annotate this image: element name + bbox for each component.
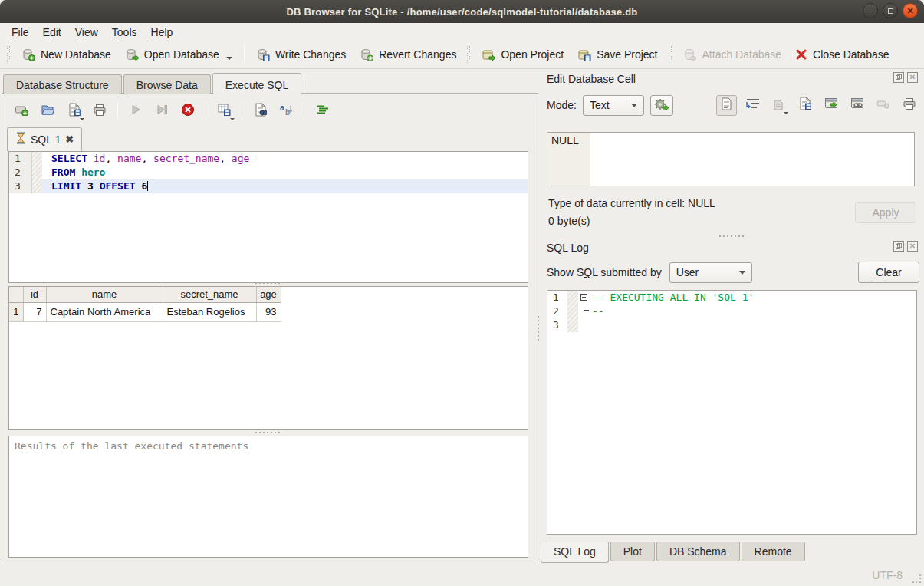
- execute-sql-panel: ab SQL 1 ✖ 1SELECT id, name, secret_name…: [2, 93, 538, 561]
- editor-results-splitter[interactable]: [8, 280, 528, 285]
- log-text: --: [592, 305, 604, 318]
- open-external-button[interactable]: [820, 95, 841, 116]
- sql-log-view[interactable]: 1-- EXECUTING ALL IN 'SQL 1'2--3: [547, 290, 917, 535]
- new-database-button[interactable]: New Database: [15, 44, 118, 65]
- column-header-age[interactable]: age: [256, 287, 281, 302]
- toolbar-separator: [206, 103, 206, 120]
- close-database-button[interactable]: Close Database: [788, 44, 896, 64]
- sql-log-dock-header[interactable]: SQL Log ✕: [539, 239, 924, 256]
- fold-margin: [567, 291, 578, 305]
- tab-execute-sql[interactable]: Execute SQL: [212, 73, 302, 94]
- editor-line[interactable]: 3LIMIT 3 OFFSET 6: [9, 179, 528, 193]
- save-project-button[interactable]: Save Project: [571, 44, 664, 65]
- sql-editor[interactable]: 1SELECT id, name, secret_name, age2FROM …: [8, 151, 528, 283]
- cell-value-editor[interactable]: NULL: [547, 132, 915, 186]
- save-sql-file-button[interactable]: [62, 100, 85, 122]
- dock-splitter[interactable]: [547, 233, 917, 239]
- write-changes-button[interactable]: Write Changes: [249, 44, 353, 65]
- float-icon[interactable]: [893, 72, 904, 83]
- find-button[interactable]: [248, 100, 271, 122]
- resize-grip[interactable]: [912, 574, 922, 584]
- apply-button[interactable]: Apply: [855, 202, 916, 223]
- text-mode-button[interactable]: [716, 95, 737, 116]
- bottom-tab-sql-log[interactable]: SQL Log: [541, 542, 609, 563]
- submitted-by-combobox[interactable]: User: [669, 262, 752, 283]
- tab-sql-1[interactable]: SQL 1 ✖: [7, 127, 82, 151]
- new-sql-tab-icon: [15, 104, 29, 119]
- chevron-down-icon[interactable]: [784, 112, 788, 114]
- grid-cell[interactable]: 7: [23, 302, 46, 321]
- menu-item-help[interactable]: Help: [144, 25, 180, 40]
- import-cell-button[interactable]: [794, 95, 815, 116]
- tab-browse-data[interactable]: Browse Data: [123, 74, 211, 94]
- chevron-down-icon[interactable]: [226, 57, 232, 60]
- grid-cell[interactable]: Captain North America: [46, 302, 163, 321]
- table-row[interactable]: 17Captain North AmericaEsteban Rogelios9…: [9, 302, 281, 321]
- titlebar[interactable]: DB Browser for SQLite - /home/user/code/…: [0, 0, 924, 23]
- print-button[interactable]: [88, 100, 111, 122]
- close-icon[interactable]: ✕: [903, 3, 918, 18]
- main-tab-bar: Database StructureBrowse DataExecute SQL: [3, 73, 303, 94]
- bottom-tab-db-schema[interactable]: DB Schema: [656, 542, 740, 561]
- save-results-button[interactable]: [212, 100, 235, 122]
- bottom-tab-plot[interactable]: Plot: [610, 542, 655, 561]
- results-message[interactable]: Results of the last executed statements: [8, 436, 528, 558]
- chevron-down-icon: [631, 104, 637, 107]
- toolbar-handle[interactable]: [467, 46, 471, 63]
- menu-item-tools[interactable]: Tools: [105, 25, 144, 40]
- edit-cell-dock-header[interactable]: Edit Database Cell ✕: [539, 71, 924, 87]
- link-cell-icon: [850, 97, 864, 113]
- maximize-icon[interactable]: [883, 3, 898, 18]
- clear-button[interactable]: Clear: [858, 262, 919, 283]
- stop-execution-button[interactable]: [176, 100, 199, 122]
- column-header-secret_name[interactable]: secret_name: [163, 287, 256, 302]
- word-wrap-button[interactable]: [742, 95, 763, 116]
- revert-changes-button[interactable]: Revert Changes: [353, 44, 463, 65]
- toolbar-handle[interactable]: [7, 46, 11, 63]
- word-case-button[interactable]: ab: [275, 100, 298, 122]
- bottom-tab-remote[interactable]: Remote: [742, 542, 805, 561]
- close-dock-icon[interactable]: ✕: [907, 241, 918, 252]
- link-cell-button[interactable]: [847, 95, 867, 116]
- execute-all-button: [124, 100, 147, 122]
- new-sql-tab-button[interactable]: [10, 100, 33, 122]
- encoding-indicator[interactable]: UTF-8: [872, 569, 903, 581]
- menu-item-file[interactable]: File: [5, 25, 36, 40]
- float-icon[interactable]: [893, 241, 904, 252]
- fold-margin: [567, 318, 578, 332]
- pane-splitter[interactable]: [538, 314, 539, 341]
- toolbar-separator: [304, 103, 304, 120]
- grid-cell[interactable]: 93: [256, 302, 281, 321]
- toolbar-handle[interactable]: [669, 46, 672, 63]
- editor-line[interactable]: 2FROM hero: [9, 166, 528, 179]
- column-header-id[interactable]: id: [23, 287, 46, 302]
- chevron-down-icon[interactable]: [230, 118, 235, 120]
- minimize-icon[interactable]: –: [863, 3, 878, 18]
- new-database-icon: [21, 48, 35, 61]
- results-grid[interactable]: idnamesecret_nameage17Captain North Amer…: [8, 286, 528, 430]
- chevron-down-icon[interactable]: [80, 118, 84, 120]
- toolbar-button-label: New Database: [41, 48, 111, 61]
- open-database-button[interactable]: Open Database: [118, 44, 239, 65]
- export-cell-icon: [772, 97, 786, 114]
- apply-mode-button[interactable]: [650, 95, 673, 116]
- open-project-button[interactable]: Open Project: [475, 44, 571, 65]
- print-cell-button[interactable]: [899, 95, 919, 116]
- tab-database-structure[interactable]: Database Structure: [3, 74, 122, 94]
- menu-item-view[interactable]: View: [68, 25, 105, 40]
- close-tab-icon[interactable]: ✖: [65, 133, 74, 145]
- results-message-splitter[interactable]: [8, 430, 528, 435]
- chevron-down-icon: [739, 271, 745, 275]
- format-sql-button[interactable]: [311, 100, 334, 122]
- menu-item-edit[interactable]: Edit: [36, 25, 68, 40]
- close-dock-icon[interactable]: ✕: [907, 72, 918, 83]
- cell-type-info: Type of data currently in cell: NULL: [548, 197, 715, 209]
- open-sql-file-button[interactable]: [36, 100, 59, 122]
- grid-corner-header[interactable]: [9, 287, 23, 302]
- grid-cell[interactable]: Esteban Rogelios: [163, 302, 256, 321]
- column-header-name[interactable]: name: [46, 287, 163, 302]
- editor-line[interactable]: 1SELECT id, name, secret_name, age: [9, 152, 528, 166]
- mode-combobox[interactable]: Text: [583, 95, 644, 116]
- row-header[interactable]: 1: [9, 302, 23, 321]
- stop-execution-icon: [181, 103, 195, 120]
